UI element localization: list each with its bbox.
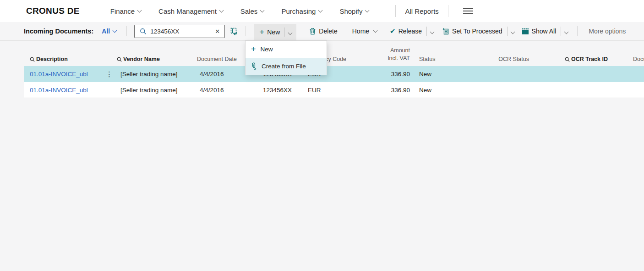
- chevron-down-icon: [373, 28, 378, 33]
- nav-item-all-reports[interactable]: All Reports: [405, 7, 438, 15]
- chevron-down-icon: [430, 30, 435, 34]
- column-header-ocr-track-id[interactable]: OCR Track ID: [565, 56, 608, 62]
- home-menu-button[interactable]: Home: [349, 28, 379, 35]
- top-nav-bar: CRONUS DE Finance Cash Management Sales …: [0, 0, 644, 22]
- new-dropdown-menu: + New Create from File: [245, 40, 327, 75]
- show-all-button[interactable]: Show All: [522, 27, 570, 36]
- status-cell: New: [410, 87, 486, 94]
- trash-icon: [309, 28, 316, 35]
- vendor-name-cell: [Seller trading name]: [117, 71, 197, 77]
- column-header-amount-incl-vat[interactable]: Amount Incl. VAT: [387, 47, 410, 62]
- nav-item-shopify[interactable]: Shopify: [339, 7, 369, 15]
- open-in-new-window-icon[interactable]: [230, 28, 238, 35]
- search-icon: [117, 57, 122, 62]
- nav-item-purchasing[interactable]: Purchasing: [281, 7, 322, 15]
- currency-code-cell: EUR: [292, 87, 366, 94]
- release-button[interactable]: ✔ Release: [390, 27, 436, 36]
- column-header-document-date[interactable]: Document Date: [197, 56, 243, 62]
- search-icon: [140, 28, 147, 35]
- hamburger-menu-icon[interactable]: [463, 6, 473, 16]
- divider: [426, 27, 427, 36]
- show-all-icon: [522, 28, 529, 35]
- column-header-description[interactable]: Description: [24, 56, 102, 62]
- search-box[interactable]: ✕: [134, 25, 225, 38]
- status-cell: New: [410, 71, 486, 77]
- nav-item-finance[interactable]: Finance: [110, 7, 141, 15]
- nav-item-cash-management[interactable]: Cash Management: [158, 7, 223, 15]
- column-header-vendor-name[interactable]: Vendor Name: [117, 56, 197, 62]
- divider: [246, 26, 246, 36]
- chevron-down-icon: [260, 8, 265, 12]
- chevron-down-icon: [318, 8, 323, 12]
- check-icon: ✔: [390, 27, 396, 35]
- amount-cell: 336.90: [391, 87, 410, 94]
- set-to-processed-dropdown-chevron[interactable]: [509, 28, 516, 35]
- column-header-ocr-status[interactable]: OCR Status: [498, 56, 529, 62]
- chevron-down-icon: [510, 30, 515, 34]
- divider: [126, 26, 127, 36]
- menu-item-new[interactable]: + New: [246, 41, 327, 58]
- divider: [507, 27, 508, 36]
- divider: [577, 26, 578, 36]
- row-options-icon[interactable]: ⋮: [102, 70, 117, 78]
- document-date-cell: 4/4/2016: [197, 71, 243, 77]
- table-header-row: Description Vendor Name Document Date Cu…: [24, 41, 644, 66]
- vendor-name-cell: [Seller trading name]: [117, 87, 197, 94]
- chevron-down-icon: [365, 8, 370, 12]
- chevron-down-icon: [219, 8, 224, 12]
- table-row[interactable]: 01.01a-INVOICE_ubl ⋮ [Seller trading nam…: [24, 66, 644, 82]
- action-toolbar: Incoming Documents: All ✕ + New Delete H…: [0, 22, 644, 40]
- new-button[interactable]: + New: [254, 24, 296, 40]
- description-link[interactable]: 01.01a-INVOICE_ubl: [24, 71, 102, 77]
- divider: [448, 5, 448, 17]
- divider: [101, 5, 101, 17]
- search-input[interactable]: [150, 28, 210, 35]
- amount-cell: 336.90: [391, 71, 410, 77]
- delete-button[interactable]: Delete: [309, 28, 340, 35]
- chevron-down-icon: [137, 8, 142, 12]
- chevron-down-icon: [113, 28, 117, 33]
- code-cell: 123456XX: [263, 87, 292, 94]
- page-title: Incoming Documents:: [24, 28, 93, 35]
- document-date-cell: 4/4/2016: [197, 87, 243, 94]
- table-row[interactable]: 01.01a-INVOICE_ubl [Seller trading name]…: [24, 82, 644, 98]
- divider: [284, 28, 285, 37]
- company-name[interactable]: CRONUS DE: [26, 6, 80, 16]
- divider: [561, 27, 561, 36]
- column-header-status[interactable]: Status: [410, 56, 486, 62]
- plus-icon: +: [259, 28, 264, 36]
- view-filter-dropdown[interactable]: All: [102, 28, 116, 35]
- chevron-down-icon: [564, 30, 569, 34]
- attach-icon: [251, 62, 257, 70]
- more-options-button[interactable]: More options: [589, 28, 626, 35]
- description-link[interactable]: 01.01a-INVOICE_ubl: [24, 87, 102, 94]
- new-dropdown-chevron[interactable]: [287, 28, 294, 36]
- column-header-document-truncated[interactable]: Docu: [608, 56, 644, 62]
- chevron-down-icon: [288, 31, 293, 35]
- release-dropdown-chevron[interactable]: [429, 28, 436, 35]
- search-icon: [565, 57, 570, 62]
- divider: [395, 5, 396, 17]
- plus-icon: +: [251, 45, 256, 53]
- search-icon: [30, 57, 35, 62]
- set-to-processed-button[interactable]: Set To Processed: [442, 27, 516, 36]
- show-all-dropdown-chevron[interactable]: [563, 28, 570, 35]
- clear-search-icon[interactable]: ✕: [210, 28, 224, 35]
- set-to-processed-icon: [442, 28, 449, 35]
- nav-item-sales[interactable]: Sales: [240, 7, 264, 15]
- menu-item-create-from-file[interactable]: Create from File: [246, 58, 327, 75]
